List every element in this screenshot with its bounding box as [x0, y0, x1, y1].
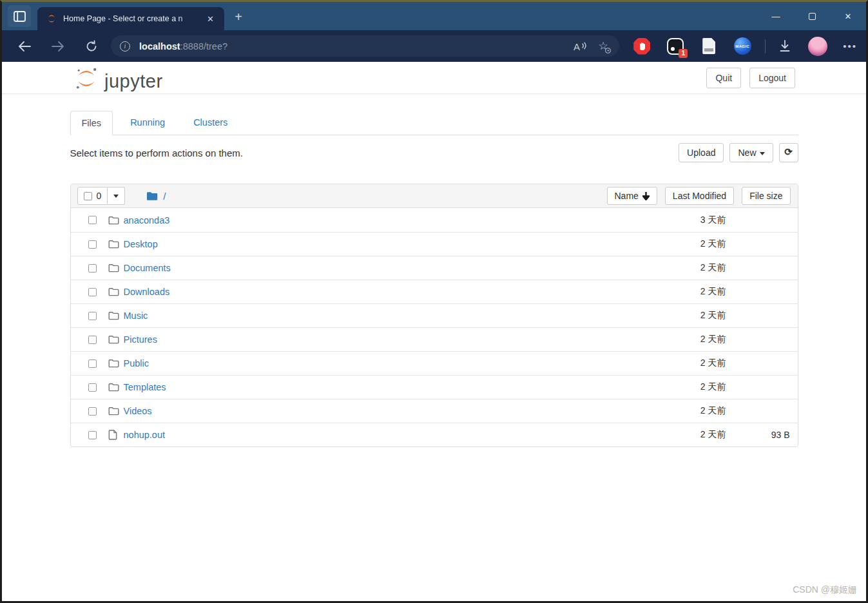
app-header: jupyter Quit Logout — [2, 62, 866, 94]
row-name-link[interactable]: Documents — [124, 263, 171, 273]
adblock-extension-button[interactable] — [632, 37, 651, 56]
folder-icon — [108, 240, 119, 249]
tab-title: Home Page - Select or create a n — [63, 14, 203, 23]
table-row: nohup.out 2 天前 93 B — [71, 423, 798, 446]
row-name-link[interactable]: Music — [124, 311, 148, 321]
row-checkbox[interactable] — [88, 407, 97, 416]
sort-by-name-button[interactable]: Name — [607, 187, 657, 205]
folder-icon — [108, 359, 119, 368]
row-checkbox[interactable] — [88, 431, 97, 439]
screenshot-dot — [671, 47, 675, 51]
tab-clusters[interactable]: Clusters — [182, 111, 238, 135]
file-icon — [108, 430, 119, 440]
table-row: Videos 2 天前 — [71, 399, 798, 423]
folder-icon — [108, 383, 119, 392]
row-modified: 2 天前 — [630, 286, 726, 298]
select-all-button[interactable]: 0 — [77, 187, 108, 205]
table-row: Desktop 2 天前 — [71, 232, 798, 256]
new-tab-button[interactable]: + — [229, 7, 248, 26]
screenshot-extension-button[interactable]: 1 — [666, 37, 685, 56]
sort-by-modified-button[interactable]: Last Modified — [665, 187, 734, 205]
section-tabs: Files Running Clusters — [70, 111, 798, 135]
site-info-icon[interactable]: i — [120, 41, 130, 52]
new-button-label: New — [738, 148, 756, 158]
close-window-button[interactable]: ✕ — [830, 2, 866, 30]
reload-button[interactable] — [84, 39, 99, 54]
url-text[interactable]: localhost:8888/tree? — [139, 41, 566, 52]
caret-down-icon — [760, 152, 765, 155]
jupyter-logo-icon — [73, 65, 100, 91]
row-checkbox[interactable] — [88, 336, 97, 344]
breadcrumb-folder-icon[interactable] — [146, 191, 158, 201]
row-checkbox[interactable] — [88, 383, 97, 392]
table-row: Downloads 2 天前 — [71, 280, 798, 303]
row-modified: 2 天前 — [630, 358, 726, 369]
row-checkbox[interactable] — [88, 359, 97, 368]
sort-name-label: Name — [615, 191, 639, 201]
window-controls: — ✕ — [758, 2, 866, 30]
magic-extension-button[interactable]: MAGIC — [733, 37, 752, 56]
hand-glyph — [638, 42, 646, 51]
row-name-link[interactable]: Pictures — [124, 334, 157, 345]
row-name-link[interactable]: Downloads — [124, 287, 170, 297]
tab-actions-menu-button[interactable] — [8, 5, 31, 27]
row-name-link[interactable]: Videos — [124, 406, 152, 416]
breadcrumb-root-link[interactable]: / — [163, 191, 166, 202]
favorites-button[interactable]: ☆ + — [593, 37, 613, 56]
browser-tab[interactable]: Home Page - Select or create a n ✕ — [37, 7, 224, 30]
row-name-link[interactable]: Public — [124, 358, 149, 368]
back-button[interactable] — [17, 39, 32, 54]
new-dropdown-button[interactable]: New — [729, 143, 773, 162]
refresh-list-button[interactable]: ⟳ — [779, 143, 798, 162]
row-checkbox[interactable] — [88, 240, 97, 249]
row-name-link[interactable]: nohup.out — [124, 430, 166, 440]
tab-files[interactable]: Files — [70, 111, 113, 135]
folder-icon — [108, 287, 119, 296]
row-modified: 2 天前 — [630, 405, 726, 417]
select-all-checkbox[interactable] — [84, 192, 92, 200]
sort-by-size-button[interactable]: File size — [742, 187, 790, 205]
row-checkbox[interactable] — [88, 216, 97, 224]
magic-icon: MAGIC — [734, 37, 751, 55]
row-checkbox[interactable] — [88, 288, 97, 296]
row-name-link[interactable]: anaconda3 — [124, 215, 170, 225]
table-row: Templates 2 天前 — [71, 375, 798, 399]
folder-icon — [108, 407, 119, 416]
row-name-link[interactable]: Desktop — [124, 239, 158, 249]
tab-close-icon[interactable]: ✕ — [203, 13, 218, 25]
document-icon — [702, 38, 715, 54]
row-checkbox[interactable] — [88, 312, 97, 320]
jupyter-page: jupyter Quit Logout Files Running Cluste… — [2, 62, 866, 601]
workspaces-icon — [14, 11, 26, 22]
table-row: Pictures 2 天前 — [71, 327, 798, 351]
browser-window: Home Page - Select or create a n ✕ + — ✕ — [0, 0, 868, 603]
forward-button[interactable] — [50, 39, 66, 54]
tab-running[interactable]: Running — [119, 111, 176, 135]
profile-avatar[interactable] — [808, 37, 827, 56]
selected-count: 0 — [97, 191, 102, 201]
row-name-link[interactable]: Templates — [124, 382, 166, 392]
address-bar[interactable]: i localhost:8888/tree? A ☆ + — [111, 35, 619, 57]
downloads-button[interactable] — [777, 39, 793, 54]
maximize-button[interactable] — [794, 2, 830, 30]
select-all-button-group: 0 — [77, 187, 126, 205]
quit-button[interactable]: Quit — [706, 68, 741, 88]
table-row: Music 2 天前 — [71, 303, 798, 327]
download-icon — [779, 40, 791, 52]
browser-menu-button[interactable]: ••• — [843, 41, 857, 52]
row-modified: 2 天前 — [630, 238, 726, 250]
folder-icon — [108, 263, 119, 273]
document-extension-button[interactable] — [699, 37, 719, 56]
select-dropdown-button[interactable] — [108, 187, 125, 205]
action-row: Select items to perform actions on them.… — [70, 143, 798, 162]
read-aloud-button[interactable]: A — [570, 37, 590, 56]
row-modified: 3 天前 — [630, 215, 726, 226]
logout-button[interactable]: Logout — [749, 68, 795, 88]
row-checkbox[interactable] — [88, 264, 97, 273]
extension-badge: 1 — [679, 49, 688, 58]
jupyter-logo[interactable]: jupyter — [73, 65, 163, 91]
upload-button[interactable]: Upload — [679, 143, 724, 162]
watermark-text: CSDN @穆姬姗 — [793, 584, 857, 596]
table-row: Public 2 天前 — [71, 351, 798, 375]
minimize-button[interactable]: — — [758, 2, 794, 30]
